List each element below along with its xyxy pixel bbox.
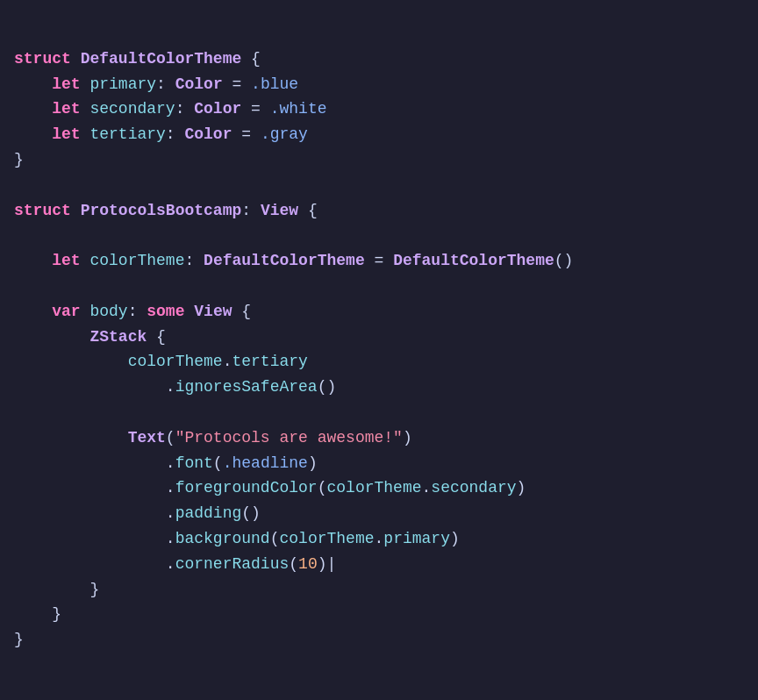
line-13: colorTheme.tertiary (14, 353, 308, 370)
line-23: } (14, 605, 61, 623)
line-5: } (14, 151, 24, 168)
line-11: var body: some View { (14, 303, 251, 320)
line-4: let tertiary: Color = .gray (14, 125, 308, 143)
line-24: } (14, 631, 24, 648)
line-3: let secondary: Color = .white (14, 100, 327, 118)
line-2: let primary: Color = .blue (14, 75, 298, 93)
line-17: .font(.headline) (14, 454, 318, 472)
line-19: .padding() (14, 504, 261, 522)
line-21: .cornerRadius(10)| (14, 555, 336, 573)
line-14: .ignoresSafeArea() (14, 378, 336, 396)
line-1: struct DefaultColorTheme { (14, 50, 261, 68)
line-18: .foregroundColor(colorTheme.secondary) (14, 479, 526, 496)
code-editor: struct DefaultColorTheme { let primary: … (14, 21, 740, 653)
line-7: struct ProtocolsBootcamp: View { (14, 202, 318, 219)
line-16: Text("Protocols are awesome!") (14, 429, 412, 446)
line-12: ZStack { (14, 328, 166, 346)
line-22: } (14, 581, 99, 598)
line-9: let colorTheme: DefaultColorTheme = Defa… (14, 252, 573, 269)
line-20: .background(colorTheme.primary) (14, 530, 460, 547)
